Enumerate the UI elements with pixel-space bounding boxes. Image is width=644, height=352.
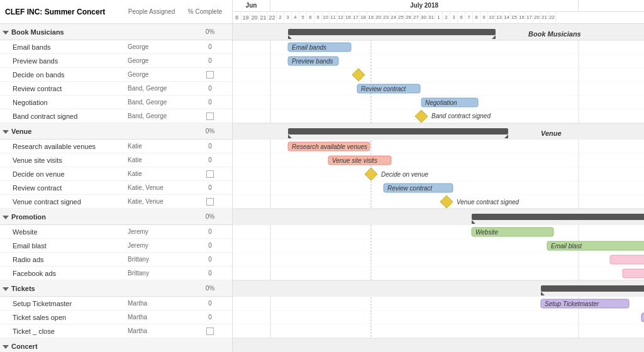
task-decide-venue[interactable]: Decide on venue Katie (0, 167, 232, 181)
gantt-bar-facebook-ads[interactable] (623, 269, 644, 278)
gantt-label-setup-ticketmaster: Setup Ticketmaster (545, 300, 599, 307)
checkbox-decide-venue[interactable] (206, 170, 214, 178)
gantt-label-review-contract-1: Review contract (361, 85, 406, 92)
gantt-label-preview-bands: Preview bands (292, 58, 333, 65)
gantt-label-band-contract: Band contract signed (431, 113, 491, 119)
task-review-contract-1[interactable]: Review contract Band, George 0 (0, 82, 232, 96)
checkbox-decide-bands[interactable] (206, 71, 214, 79)
gantt-label-research-venues: Research available venues (292, 143, 367, 150)
checkbox-ticket-close[interactable] (206, 327, 214, 335)
gantt-label-email-bands: Email bands (292, 44, 326, 51)
gantt-label-decide-venue: Decide on venue (381, 171, 428, 178)
triangle-icon-2 (3, 130, 9, 134)
group-bar-venue (288, 128, 508, 135)
task-email-bands[interactable]: Email bands George 0 (0, 40, 232, 54)
gantt-label-venue-visits: Venue site visits (332, 157, 377, 164)
gantt-label-negotiation: Negotiation (425, 99, 457, 106)
gantt-header: Jun July 2018 August 2018 8 19 20 21 22 (233, 0, 644, 24)
task-band-contract-signed[interactable]: Band contract signed Band, George (0, 109, 232, 123)
checkbox-venue-contract[interactable] (206, 198, 214, 206)
gantt-label-review-contract-2: Review contract (387, 185, 433, 192)
gantt-days-row: 8 19 20 21 22 2 3 4 5 6 9 10 (233, 12, 644, 23)
triangle-icon-4 (3, 287, 9, 291)
task-website[interactable]: Website Jeremy 0 (0, 225, 232, 239)
task-venue-site-visits[interactable]: Venue site visits Katie 0 (0, 153, 232, 167)
group-name-promotion: Promotion (0, 213, 125, 221)
group-complete-book-musicians: 0% (188, 28, 232, 35)
group-bar-musicians (288, 29, 496, 35)
gantt-label-venue: Venue (541, 129, 562, 137)
group-name-concert: Concert (0, 343, 125, 350)
group-concert[interactable]: Concert (0, 338, 232, 352)
task-negotiation[interactable]: Negotiation Band, George 0 (0, 96, 232, 109)
group-venue[interactable]: Venue 0% (0, 123, 232, 140)
task-email-blast[interactable]: Email blast Jeremy 0 (0, 239, 232, 253)
task-radio-ads[interactable]: Radio ads Brittany 0 (0, 253, 232, 267)
task-facebook-ads[interactable]: Facebook ads Brittany 0 (0, 267, 232, 280)
month-jun: Jun (233, 0, 270, 11)
group-bar-promotion (472, 214, 644, 220)
month-july: July 2018 (270, 0, 579, 11)
gantt-svg: Book Musicians Email bands Preview bands… (233, 24, 644, 352)
group-tickets[interactable]: Tickets 0% (0, 280, 232, 297)
gantt-body: Book Musicians Email bands Preview bands… (233, 24, 644, 352)
task-venue-contract-signed[interactable]: Venue contract signed Katie, Venue (0, 195, 232, 209)
task-ticket-sales-open[interactable]: Ticket sales open Martha 0 (0, 311, 232, 324)
month-august: August 2018 (579, 0, 644, 11)
group-name-venue: Venue (0, 128, 125, 135)
left-panel: CLEF INC: Summer Concert People Assigned… (0, 0, 233, 352)
group-promotion[interactable]: Promotion 0% (0, 209, 232, 225)
task-decide-on-bands[interactable]: Decide on bands George (0, 68, 232, 82)
task-preview-bands[interactable]: Preview bands George 0 (0, 54, 232, 68)
gantt-panel: Jun July 2018 August 2018 8 19 20 21 22 (233, 0, 644, 352)
group-book-musicians[interactable]: Book Musicians 0% (0, 24, 232, 40)
group-name-tickets: Tickets (0, 285, 125, 292)
triangle-icon (3, 31, 9, 35)
task-setup-ticketmaster[interactable]: Setup Ticketmaster Martha 0 (0, 297, 232, 311)
task-research-venues[interactable]: Research available venues Katie 0 (0, 140, 232, 153)
triangle-icon-3 (3, 216, 9, 219)
group-bar-tickets (541, 285, 644, 292)
checkbox-band-contract[interactable] (206, 113, 214, 120)
gantt-bar-radio-ads[interactable] (610, 255, 644, 264)
triangle-icon-5 (3, 345, 9, 349)
task-ticket-sales-close[interactable]: Ticket _ close Martha (0, 324, 232, 338)
left-header: CLEF INC: Summer Concert People Assigned… (0, 0, 232, 24)
group-name-book-musicians: Book Musicians (0, 28, 125, 36)
gantt-label-venue-contract: Venue contract signed (457, 199, 519, 206)
task-review-contract-2[interactable]: Review contract Katie, Venue 0 (0, 181, 232, 195)
gantt-bar-ticket-sales-open[interactable] (641, 313, 644, 322)
gantt-label-website: Website (475, 229, 498, 236)
svg-rect-8 (233, 338, 644, 352)
gantt-label-email-blast: Email blast (551, 243, 582, 250)
col-people-header: People Assigned (120, 8, 183, 15)
col-complete-header: % Complete (183, 8, 227, 15)
gantt-months-row: Jun July 2018 August 2018 (233, 0, 644, 12)
gantt-label-book-musicians: Book Musicians (528, 30, 581, 38)
app-title: CLEF INC: Summer Concert (5, 8, 120, 16)
